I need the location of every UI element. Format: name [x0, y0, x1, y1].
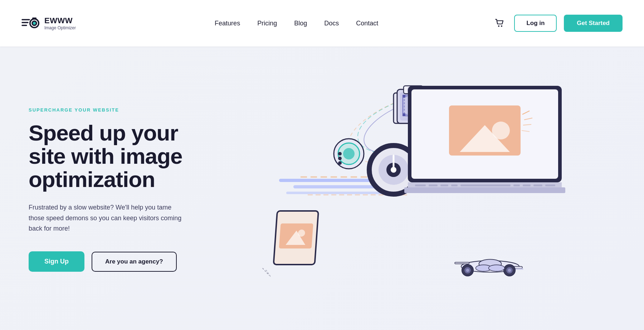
svg-point-71	[464, 267, 471, 274]
hero-eyebrow: SUPERCHARGE YOUR WEBSITE	[29, 107, 215, 113]
svg-point-36	[343, 148, 355, 159]
cart-icon[interactable]	[493, 16, 507, 30]
svg-line-51	[524, 118, 532, 120]
svg-rect-14	[274, 211, 318, 265]
svg-point-37	[338, 152, 342, 156]
svg-point-8	[501, 25, 502, 27]
agency-button[interactable]: Are you an agency?	[92, 252, 177, 272]
get-started-button[interactable]: Get Started	[564, 15, 623, 32]
svg-point-39	[338, 161, 342, 165]
svg-point-20	[357, 85, 473, 166]
nav-blog[interactable]: Blog	[294, 20, 307, 27]
hero-buttons: Sign Up Are you an agency?	[29, 251, 215, 272]
hero-subtext: Frustrated by a slow website? We'll help…	[29, 202, 186, 234]
svg-point-44	[391, 167, 396, 173]
logo-text: EWWW Image Optimizer	[44, 16, 76, 31]
nav-features[interactable]: Features	[215, 20, 240, 27]
svg-point-77	[489, 265, 505, 271]
svg-rect-28	[402, 95, 405, 98]
svg-rect-24	[397, 89, 429, 123]
svg-point-38	[338, 157, 342, 160]
signup-button[interactable]: Sign Up	[29, 251, 84, 272]
svg-rect-27	[403, 95, 424, 116]
svg-line-52	[523, 124, 531, 125]
svg-rect-56	[429, 184, 438, 186]
svg-point-21	[351, 81, 486, 165]
svg-point-42	[386, 163, 401, 177]
nav-pricing[interactable]: Pricing	[257, 20, 277, 27]
svg-rect-61	[523, 184, 531, 186]
svg-point-74	[506, 267, 513, 274]
svg-rect-68	[506, 269, 523, 270]
svg-line-18	[262, 268, 269, 275]
svg-rect-69	[455, 262, 469, 264]
svg-point-76	[476, 265, 492, 271]
svg-rect-6	[32, 18, 36, 19]
svg-point-70	[462, 265, 473, 276]
svg-point-75	[508, 269, 511, 272]
logo-icon	[21, 14, 40, 33]
svg-point-40	[369, 146, 418, 194]
svg-rect-33	[407, 87, 419, 92]
svg-rect-54	[408, 182, 562, 187]
svg-rect-32	[404, 86, 423, 94]
svg-point-73	[504, 265, 515, 276]
svg-rect-15	[279, 223, 313, 248]
svg-line-53	[522, 130, 530, 132]
svg-line-19	[265, 270, 271, 277]
svg-rect-26	[404, 97, 422, 114]
hero-content: SUPERCHARGE YOUR WEBSITE Speed up your s…	[29, 107, 215, 272]
svg-rect-62	[533, 184, 542, 186]
svg-rect-30	[402, 113, 405, 116]
svg-point-72	[466, 269, 469, 272]
login-button[interactable]: Log in	[514, 15, 557, 32]
svg-marker-16	[286, 231, 306, 245]
svg-point-34	[334, 139, 364, 169]
hero-illustration	[215, 68, 623, 311]
svg-rect-63	[545, 184, 555, 186]
svg-point-7	[498, 25, 499, 27]
svg-point-41	[379, 155, 409, 185]
svg-rect-64	[404, 187, 565, 193]
header-actions: Log in Get Started	[493, 15, 623, 32]
logo[interactable]: EWWW Image Optimizer	[21, 14, 100, 33]
svg-rect-67	[506, 266, 522, 268]
svg-point-22	[340, 76, 494, 178]
svg-point-35	[338, 143, 360, 164]
hero-section: SUPERCHARGE YOUR WEBSITE Speed up your s…	[0, 46, 644, 330]
svg-rect-25	[400, 92, 426, 120]
svg-rect-57	[440, 184, 448, 186]
nav-contact[interactable]: Contact	[356, 20, 378, 27]
svg-rect-10	[293, 185, 415, 188]
svg-point-17	[298, 230, 305, 237]
svg-marker-48	[460, 125, 510, 152]
svg-line-50	[522, 111, 530, 114]
svg-point-65	[461, 261, 519, 272]
svg-point-49	[492, 122, 510, 139]
illustration-svg	[215, 68, 623, 311]
svg-point-66	[479, 259, 502, 268]
svg-rect-29	[421, 95, 424, 98]
svg-rect-46	[411, 89, 558, 179]
hero-headline: Speed up your site with image optimizati…	[29, 121, 215, 191]
svg-rect-9	[279, 179, 415, 182]
svg-rect-45	[408, 86, 562, 182]
svg-rect-60	[513, 184, 520, 186]
svg-rect-11	[286, 192, 394, 194]
svg-rect-58	[451, 184, 458, 186]
svg-rect-55	[415, 184, 426, 186]
svg-rect-23	[394, 93, 433, 123]
svg-rect-47	[449, 105, 521, 156]
svg-rect-31	[421, 113, 424, 116]
svg-point-5	[33, 22, 36, 25]
site-header: EWWW Image Optimizer Features Pricing Bl…	[0, 0, 644, 46]
main-nav: Features Pricing Blog Docs Contact	[100, 20, 493, 27]
svg-rect-59	[460, 184, 511, 186]
nav-docs[interactable]: Docs	[324, 20, 339, 27]
